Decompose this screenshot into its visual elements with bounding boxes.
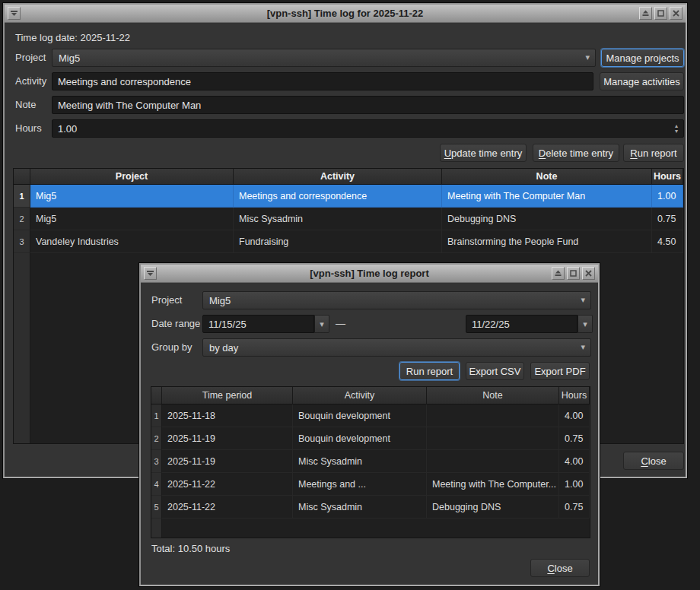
hours-spinbox[interactable]: ▴ ▾ bbox=[52, 119, 684, 138]
table-row[interactable]: 1 Mig5 Meetings and correspondence Meeti… bbox=[14, 185, 683, 208]
col-header-time-period[interactable]: Time period bbox=[162, 387, 293, 404]
dialog-run-report-button[interactable]: Run report bbox=[399, 362, 460, 380]
date-to-dropdown-button[interactable]: ▾ bbox=[578, 315, 593, 333]
shade-icon bbox=[555, 270, 562, 277]
cell-hours: 0.75 bbox=[652, 208, 683, 230]
cell-activity: Bouquin development bbox=[293, 427, 427, 450]
maximize-icon bbox=[570, 270, 577, 277]
hours-input[interactable] bbox=[52, 119, 684, 138]
col-header-note[interactable]: Note bbox=[427, 387, 559, 404]
table-row[interactable]: 2 Mig5 Misc Sysadmin Debugging DNS 0.75 bbox=[14, 208, 683, 230]
cell-hours: 1.00 bbox=[559, 473, 590, 496]
dialog-titlebar[interactable]: [vpn-ssh] Time log report bbox=[141, 265, 598, 283]
shade-button[interactable] bbox=[639, 7, 652, 20]
gutter-strip bbox=[14, 253, 30, 443]
col-header-activity[interactable]: Activity bbox=[234, 169, 442, 185]
table-empty-area bbox=[151, 519, 590, 538]
close-window-button[interactable] bbox=[582, 267, 595, 280]
row-number: 4 bbox=[151, 473, 162, 496]
date-range-separator: — bbox=[336, 315, 345, 333]
delete-time-entry-button[interactable]: Delete time entry bbox=[533, 144, 619, 162]
cell-activity: Misc Sysadmin bbox=[293, 496, 427, 519]
maximize-button[interactable] bbox=[654, 7, 667, 20]
cell-note bbox=[427, 427, 559, 450]
report-project-label: Project bbox=[151, 291, 182, 309]
spinner-down-icon[interactable]: ▾ bbox=[675, 128, 678, 134]
cell-activity: Meetings and correspondence bbox=[234, 185, 442, 208]
col-header-hours[interactable]: Hours bbox=[652, 169, 683, 185]
table-row[interactable]: 1 2025-11-18 Bouquin development 4.00 bbox=[151, 404, 590, 427]
project-combobox[interactable]: Mig5 ▾ bbox=[52, 49, 596, 67]
row-number: 2 bbox=[14, 208, 30, 230]
table-header-row: Time period Activity Note Hours bbox=[151, 387, 590, 404]
close-icon bbox=[673, 10, 679, 17]
titlebar[interactable]: [vpn-ssh] Time log for 2025-11-22 bbox=[5, 5, 686, 23]
cell-hours: 0.75 bbox=[559, 427, 590, 450]
maximize-button[interactable] bbox=[567, 267, 580, 280]
cell-activity: Misc Sysadmin bbox=[293, 450, 427, 473]
table-row[interactable]: 3 2025-11-19 Misc Sysadmin 4.00 bbox=[151, 450, 590, 473]
update-time-entry-button[interactable]: Update time entry bbox=[440, 144, 527, 162]
dropdown-arrow-icon: ▾ bbox=[583, 319, 587, 329]
cell-hours: 4.00 bbox=[559, 450, 590, 473]
table-row[interactable]: 5 2025-11-22 Misc Sysadmin Debugging DNS… bbox=[151, 496, 590, 519]
close-window-button[interactable] bbox=[670, 7, 682, 20]
date-range-label: Date range bbox=[151, 315, 200, 333]
cell-note: Debugging DNS bbox=[427, 496, 559, 519]
shade-button[interactable] bbox=[552, 267, 565, 280]
row-number: 3 bbox=[14, 230, 30, 253]
close-icon bbox=[585, 270, 592, 277]
table-row[interactable]: 4 2025-11-22 Meetings and ... Meeting wi… bbox=[151, 473, 590, 496]
activity-input[interactable] bbox=[52, 72, 593, 90]
cell-project: Mig5 bbox=[30, 185, 234, 208]
cell-activity: Misc Sysadmin bbox=[234, 208, 442, 230]
group-by-label: Group by bbox=[151, 338, 192, 357]
date-from-dropdown-button[interactable]: ▾ bbox=[314, 315, 329, 333]
run-report-button[interactable]: Run report bbox=[623, 144, 684, 162]
col-header-hours[interactable]: Hours bbox=[559, 387, 590, 404]
export-csv-button[interactable]: Export CSV bbox=[466, 362, 524, 380]
col-header-activity[interactable]: Activity bbox=[293, 387, 427, 404]
hours-label: Hours bbox=[15, 119, 42, 138]
cell-note bbox=[427, 404, 559, 427]
table-row[interactable]: 3 Vandeley Industries Fundraising Brains… bbox=[14, 230, 683, 253]
project-combobox-value: Mig5 bbox=[59, 52, 80, 64]
group-by-combobox[interactable]: by day ▾ bbox=[202, 338, 591, 357]
activity-label: Activity bbox=[15, 72, 46, 90]
cell-period: 2025-11-18 bbox=[162, 404, 293, 427]
dropdown-arrow-icon: ▾ bbox=[585, 53, 590, 62]
cell-activity: Bouquin development bbox=[293, 404, 427, 427]
cell-period: 2025-11-19 bbox=[162, 427, 293, 450]
note-input[interactable] bbox=[52, 96, 684, 114]
cell-note: Meeting with The Computer Man bbox=[442, 185, 652, 208]
close-button[interactable]: Close bbox=[623, 452, 684, 470]
manage-activities-button[interactable]: Manage activities bbox=[600, 72, 684, 90]
dialog-close-button[interactable]: Close bbox=[530, 559, 590, 577]
cell-note bbox=[427, 450, 559, 473]
date-from-input[interactable] bbox=[202, 315, 314, 333]
export-pdf-button[interactable]: Export PDF bbox=[530, 362, 590, 380]
report-project-value: Mig5 bbox=[209, 295, 231, 306]
row-number: 2 bbox=[151, 427, 162, 450]
table-row[interactable]: 2 2025-11-19 Bouquin development 0.75 bbox=[151, 427, 590, 450]
project-label: Project bbox=[15, 49, 46, 67]
cell-project: Mig5 bbox=[30, 208, 234, 230]
cell-note: Meeting with The Computer... bbox=[427, 473, 559, 496]
col-header-note[interactable]: Note bbox=[442, 169, 652, 185]
cell-period: 2025-11-19 bbox=[162, 450, 293, 473]
table-header-row: Project Activity Note Hours bbox=[14, 169, 683, 185]
note-label: Note bbox=[15, 96, 36, 114]
hours-spinner-buttons[interactable]: ▴ ▾ bbox=[672, 121, 681, 136]
date-to-input[interactable] bbox=[466, 315, 578, 333]
cell-note: Debugging DNS bbox=[442, 208, 652, 230]
report-project-combobox[interactable]: Mig5 ▾ bbox=[202, 291, 591, 309]
time-log-date-text: Time log date: 2025-11-22 bbox=[15, 32, 130, 43]
cell-hours: 4.50 bbox=[652, 230, 683, 253]
cell-activity: Meetings and ... bbox=[293, 473, 427, 496]
col-header-project[interactable]: Project bbox=[30, 169, 234, 185]
row-number: 3 bbox=[151, 450, 162, 473]
row-number: 1 bbox=[14, 185, 30, 208]
row-number: 5 bbox=[151, 496, 162, 519]
cell-activity: Fundraising bbox=[234, 230, 442, 253]
manage-projects-button[interactable]: Manage projects bbox=[601, 49, 684, 67]
